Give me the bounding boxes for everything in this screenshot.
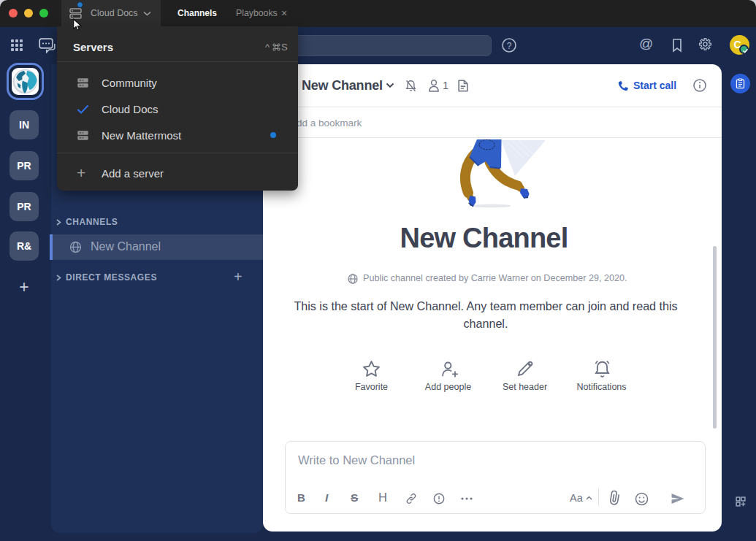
svg-text:?: ? [507, 41, 512, 51]
